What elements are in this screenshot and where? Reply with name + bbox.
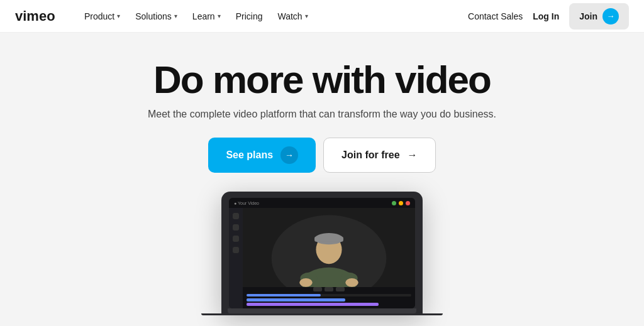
hero-title: Do more with video xyxy=(153,59,491,100)
vimeo-logo-svg: vimeo xyxy=(15,9,60,23)
navbar: vimeo Product ▾ Solutions ▾ Learn ▾ Pric… xyxy=(0,0,644,33)
nav-learn-label: Learn xyxy=(192,11,215,21)
screen-tab-label: ● Your Video xyxy=(234,201,259,205)
join-label: Join xyxy=(579,11,597,21)
arrow-icon: → xyxy=(408,149,418,161)
nav-pricing-label: Pricing xyxy=(236,11,263,21)
hero-subtitle: Meet the complete video platform that ca… xyxy=(148,109,496,120)
timeline-layers xyxy=(247,298,411,306)
see-plans-button[interactable]: See plans → xyxy=(208,138,316,173)
laptop-screen-outer: ● Your Video xyxy=(221,192,423,313)
logo[interactable]: vimeo xyxy=(15,9,60,23)
progress-fill xyxy=(247,294,321,296)
chevron-down-icon: ▾ xyxy=(305,13,308,19)
nav-links: Product ▾ Solutions ▾ Learn ▾ Pricing Wa… xyxy=(78,8,468,25)
join-free-label: Join for free xyxy=(341,149,399,161)
svg-point-8 xyxy=(345,278,358,287)
laptop-screen: ● Your Video xyxy=(229,198,415,308)
contact-sales-link[interactable]: Contact Sales xyxy=(468,11,523,21)
sidebar-item xyxy=(233,236,239,242)
laptop-bottom xyxy=(201,313,443,315)
laptop-mockup: ● Your Video xyxy=(221,192,423,315)
laptop-base xyxy=(228,308,416,313)
sidebar-item xyxy=(233,213,239,219)
arrow-icon: → xyxy=(280,146,298,164)
nav-item-solutions[interactable]: Solutions ▾ xyxy=(129,8,184,25)
login-button[interactable]: Log In xyxy=(533,11,559,21)
rewind-button xyxy=(313,287,322,291)
play-button xyxy=(325,287,333,291)
chevron-down-icon: ▾ xyxy=(218,13,221,19)
hero-buttons: See plans → Join for free → xyxy=(208,138,435,173)
chevron-down-icon: ▾ xyxy=(117,13,120,19)
maximize-icon xyxy=(392,201,396,205)
progress-track xyxy=(247,294,411,296)
svg-rect-10 xyxy=(314,237,343,242)
nav-item-pricing[interactable]: Pricing xyxy=(230,8,269,25)
join-free-button[interactable]: Join for free → xyxy=(323,138,435,173)
screen-topbar: ● Your Video xyxy=(229,198,415,208)
join-button[interactable]: Join → xyxy=(569,3,629,30)
svg-point-7 xyxy=(299,278,313,287)
close-icon xyxy=(406,201,410,205)
timeline-layer-1 xyxy=(247,298,345,302)
minimize-icon xyxy=(399,201,403,205)
hero-section: Do more with video Meet the complete vid… xyxy=(0,33,644,326)
sidebar-item xyxy=(233,247,239,253)
screen-sidebar xyxy=(229,208,243,308)
nav-solutions-label: Solutions xyxy=(135,11,172,21)
see-plans-label: See plans xyxy=(226,149,273,161)
video-timeline xyxy=(243,287,415,308)
nav-right: Contact Sales Log In Join → xyxy=(468,3,629,30)
chevron-down-icon: ▾ xyxy=(174,13,177,19)
timeline-layer-2 xyxy=(247,303,379,306)
arrow-icon: → xyxy=(602,8,619,24)
nav-item-learn[interactable]: Learn ▾ xyxy=(186,8,227,25)
nav-watch-label: Watch xyxy=(277,11,302,21)
playback-controls xyxy=(247,287,411,291)
sidebar-item xyxy=(233,224,239,231)
svg-text:vimeo: vimeo xyxy=(15,9,55,23)
nav-item-watch[interactable]: Watch ▾ xyxy=(271,8,314,25)
nav-product-label: Product xyxy=(84,11,114,21)
video-area xyxy=(243,208,415,308)
screen-content xyxy=(229,208,415,308)
window-controls xyxy=(392,201,410,205)
nav-item-product[interactable]: Product ▾ xyxy=(78,8,126,25)
forward-button xyxy=(336,287,345,291)
